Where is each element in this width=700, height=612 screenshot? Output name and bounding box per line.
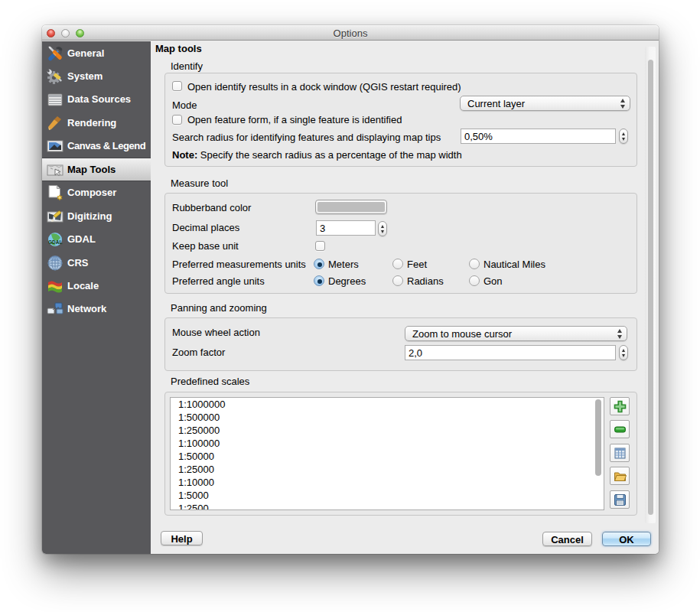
svg-text:GDAL: GDAL xyxy=(48,239,62,245)
